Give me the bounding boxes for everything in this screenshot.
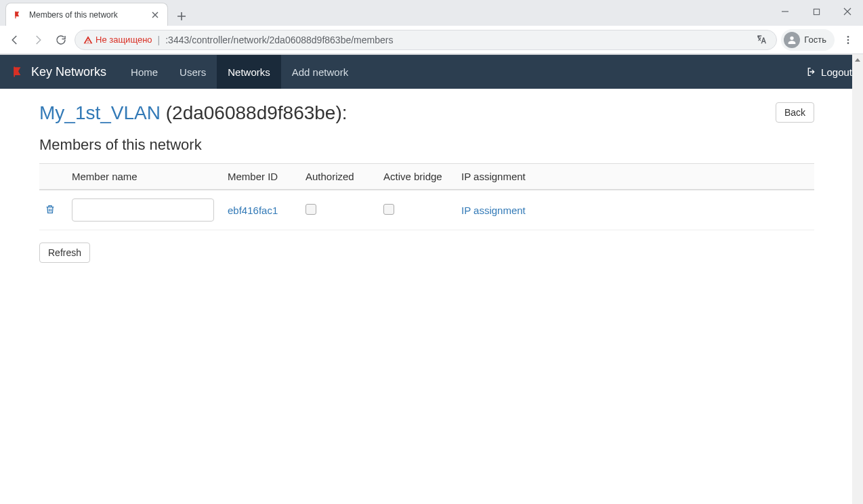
- reload-icon[interactable]: [51, 30, 70, 49]
- translate-icon[interactable]: [756, 34, 768, 46]
- addr-separator: |: [158, 35, 161, 45]
- window-close-button[interactable]: [832, 0, 863, 23]
- th-member-id: Member ID: [222, 164, 300, 190]
- page-title-row: My_1st_VLAN (2da06088d9f863be): Back: [39, 102, 814, 124]
- logout-link[interactable]: Logout: [806, 55, 852, 89]
- security-warning: Не защищено: [83, 35, 152, 45]
- member-name-input[interactable]: [72, 198, 214, 222]
- page-title: My_1st_VLAN (2da06088d9f863be):: [39, 102, 348, 124]
- authorized-checkbox[interactable]: [306, 204, 316, 215]
- member-id-link[interactable]: ebf416fac1: [228, 205, 278, 216]
- window-maximize-button[interactable]: [801, 0, 832, 23]
- nav-users[interactable]: Users: [169, 55, 217, 89]
- page-content: My_1st_VLAN (2da06088d9f863be): Back Mem…: [0, 89, 854, 276]
- tab-title: Members of this network: [29, 10, 144, 20]
- window-minimize-button[interactable]: [770, 0, 801, 23]
- scroll-up-icon[interactable]: [852, 54, 863, 66]
- logout-icon: [806, 66, 817, 77]
- refresh-button[interactable]: Refresh: [39, 243, 90, 263]
- table-header-row: Member name Member ID Authorized Active …: [39, 164, 814, 190]
- address-bar[interactable]: Не защищено | :3443/controller/network/2…: [75, 30, 777, 50]
- active-bridge-checkbox[interactable]: [383, 204, 394, 215]
- tab-favicon-icon: [13, 9, 24, 20]
- app-navbar: Key Networks Home Users Networks Add net…: [0, 55, 863, 89]
- th-authorized: Authorized: [300, 164, 378, 190]
- avatar-icon: [784, 32, 800, 48]
- browser-toolbar: Не защищено | :3443/controller/network/2…: [0, 26, 863, 54]
- kebab-menu-icon[interactable]: [839, 30, 858, 49]
- svg-point-3: [847, 39, 849, 41]
- brand-logo-icon: [11, 64, 26, 79]
- back-button[interactable]: Back: [776, 102, 814, 123]
- profile-label: Гость: [804, 35, 826, 45]
- profile-button[interactable]: Гость: [781, 29, 835, 51]
- browser-tab[interactable]: Members of this network: [5, 3, 168, 26]
- members-table: Member name Member ID Authorized Active …: [39, 163, 814, 230]
- warning-icon: [83, 35, 93, 45]
- th-active-bridge: Active bridge: [378, 164, 456, 190]
- brand-text: Key Networks: [31, 65, 106, 79]
- ip-assignment-link[interactable]: IP assignment: [461, 205, 526, 216]
- scrollbar[interactable]: [852, 54, 863, 276]
- url-text: :3443/controller/network/2da06088d9f863b…: [165, 35, 751, 45]
- window-controls: [770, 0, 863, 23]
- tab-bar: Members of this network: [0, 0, 863, 26]
- nav-add-network[interactable]: Add network: [281, 55, 359, 89]
- network-id-text: (2da06088d9f863be):: [166, 102, 348, 123]
- back-icon[interactable]: [5, 30, 24, 49]
- browser-chrome: Members of this network: [0, 0, 863, 55]
- trash-icon[interactable]: [45, 203, 56, 215]
- svg-point-2: [847, 36, 849, 38]
- svg-rect-1: [814, 9, 819, 14]
- forward-icon: [28, 30, 47, 49]
- th-ip-assignment: IP assignment: [456, 164, 814, 190]
- refresh-wrap: Refresh: [39, 243, 814, 263]
- nav-networks[interactable]: Networks: [217, 55, 281, 89]
- nav-home[interactable]: Home: [120, 55, 169, 89]
- svg-point-4: [847, 42, 849, 44]
- table-row: ebf416fac1 IP assignment: [39, 190, 814, 230]
- close-icon[interactable]: [150, 9, 161, 20]
- svg-rect-0: [15, 11, 16, 18]
- security-warning-text: Не защищено: [96, 35, 152, 45]
- svg-rect-5: [14, 67, 15, 77]
- members-heading: Members of this network: [39, 136, 814, 154]
- logout-label: Logout: [821, 66, 852, 78]
- network-name-link[interactable]: My_1st_VLAN: [39, 102, 161, 123]
- brand[interactable]: Key Networks: [11, 55, 120, 89]
- th-member-name: Member name: [66, 164, 222, 190]
- nav-items: Home Users Networks Add network: [120, 55, 359, 89]
- new-tab-button[interactable]: [172, 7, 191, 26]
- th-delete: [39, 164, 66, 190]
